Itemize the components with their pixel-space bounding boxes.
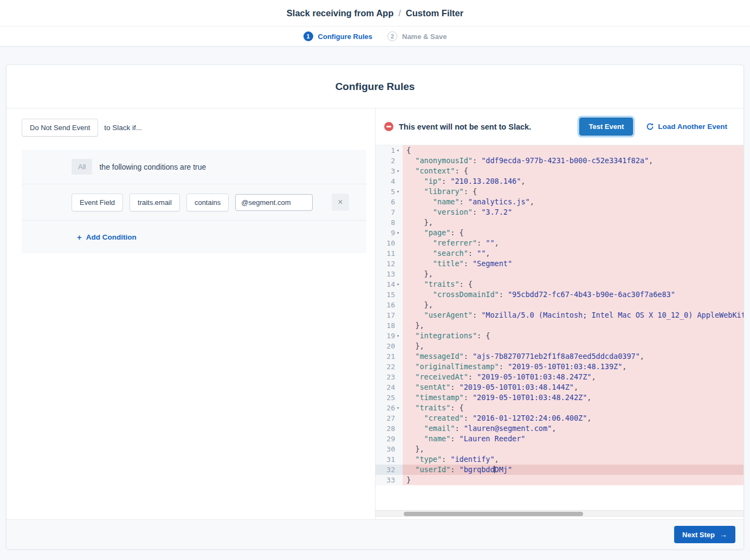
editor-line-8[interactable]: 8 }, — [376, 217, 743, 228]
editor-code-cell[interactable]: "userId": "bgrqbddDMj" — [403, 465, 743, 475]
fold-arrow-icon[interactable]: ▾ — [395, 403, 401, 413]
editor-code-cell[interactable]: "messageId": "ajs-7b8270771eb2f1f8a87eed… — [403, 351, 743, 362]
editor-line-2[interactable]: 2 "anonymousId": "ddf9ecda-977b-4231-b00… — [376, 156, 743, 166]
editor-line-29[interactable]: 29 "name": "Lauren Reeder" — [376, 434, 743, 444]
editor-code-cell[interactable]: "email": "lauren@segment.com", — [403, 423, 743, 434]
fold-arrow-icon[interactable]: ▾ — [395, 279, 401, 289]
editor-gutter-cell: 29 — [376, 434, 403, 444]
json-editor[interactable]: 1▾{2 "anonymousId": "ddf9ecda-977b-4231-… — [376, 145, 743, 519]
fold-arrow-icon[interactable]: ▾ — [395, 228, 401, 238]
editor-code-cell[interactable]: } — [403, 475, 743, 485]
add-condition-button[interactable]: + Add Condition — [77, 233, 137, 242]
step-configure-rules[interactable]: 1 Configure Rules — [303, 31, 372, 41]
editor-code-cell[interactable]: "type": "identify", — [403, 454, 743, 465]
editor-line-13[interactable]: 13 }, — [376, 269, 743, 279]
operator-all-chip[interactable]: All — [72, 159, 92, 175]
editor-code-cell[interactable]: "receivedAt": "2019-05-10T01:03:48.247Z"… — [403, 372, 743, 382]
editor-code-cell[interactable]: "referrer": "", — [403, 238, 743, 248]
line-number: 26 — [386, 403, 395, 413]
condition-field-button[interactable]: traits.email — [130, 194, 180, 211]
test-event-button[interactable]: Test Event — [579, 118, 633, 136]
editor-gutter-cell: 21 — [376, 351, 403, 362]
editor-gutter-cell: 2 — [376, 156, 403, 166]
editor-line-28[interactable]: 28 "email": "lauren@segment.com", — [376, 423, 743, 434]
condition-operator-button[interactable]: contains — [186, 194, 229, 211]
editor-line-19[interactable]: 19▾ "integrations": { — [376, 331, 743, 341]
editor-line-16[interactable]: 16 }, — [376, 300, 743, 310]
editor-line-15[interactable]: 15 "crossDomainId": "95cbdd72-fc67-4b43-… — [376, 289, 743, 300]
editor-gutter-cell: 12 — [376, 259, 403, 269]
editor-code-cell[interactable]: }, — [403, 320, 743, 331]
editor-line-26[interactable]: 26▾ "traits": { — [376, 403, 743, 413]
step-2-badge: 2 — [387, 31, 397, 41]
editor-gutter-cell: 11 — [376, 248, 403, 259]
editor-line-12[interactable]: 12 "title": "Segment" — [376, 259, 743, 269]
editor-code-cell[interactable]: "userAgent": "Mozilla/5.0 (Macintosh; In… — [403, 310, 743, 320]
line-number: 12 — [386, 259, 395, 269]
editor-line-18[interactable]: 18 }, — [376, 320, 743, 331]
editor-line-5[interactable]: 5▾ "library": { — [376, 186, 743, 197]
editor-code-cell[interactable]: "traits": { — [403, 279, 743, 289]
editor-code-cell[interactable]: "name": "analytics.js", — [403, 197, 743, 207]
editor-line-14[interactable]: 14▾ "traits": { — [376, 279, 743, 289]
editor-line-20[interactable]: 20 }, — [376, 341, 743, 351]
editor-line-33[interactable]: 33} — [376, 475, 743, 485]
editor-line-24[interactable]: 24 "sentAt": "2019-05-10T01:03:48.144Z", — [376, 382, 743, 392]
editor-line-21[interactable]: 21 "messageId": "ajs-7b8270771eb2f1f8a87… — [376, 351, 743, 362]
editor-code-cell[interactable]: "originalTimestamp": "2019-05-10T01:03:4… — [403, 362, 743, 372]
editor-line-4[interactable]: 4 "ip": "210.13.208.146", — [376, 176, 743, 186]
editor-line-27[interactable]: 27 "created": "2016-01-12T02:24:06.400Z"… — [376, 413, 743, 423]
remove-condition-button[interactable]: × — [332, 194, 349, 211]
editor-code-cell[interactable]: "title": "Segment" — [403, 259, 743, 269]
next-step-button[interactable]: Next Step → — [674, 526, 735, 543]
editor-line-31[interactable]: 31 "type": "identify", — [376, 454, 743, 465]
editor-line-25[interactable]: 25 "timestamp": "2019-05-10T01:03:48.242… — [376, 392, 743, 403]
do-not-send-event-button[interactable]: Do Not Send Event — [22, 119, 98, 137]
fold-arrow-icon[interactable]: ▾ — [395, 145, 401, 156]
editor-code-cell[interactable]: "search": "", — [403, 248, 743, 259]
fold-arrow-icon[interactable]: ▾ — [395, 331, 401, 341]
condition-value-input[interactable] — [235, 194, 313, 211]
editor-code-cell[interactable]: "integrations": { — [403, 331, 743, 341]
editor-line-10[interactable]: 10 "referrer": "", — [376, 238, 743, 248]
editor-line-9[interactable]: 9▾ "page": { — [376, 228, 743, 238]
editor-hscrollbar-thumb[interactable] — [404, 512, 583, 516]
step-name-and-save[interactable]: 2 Name & Save — [387, 31, 447, 41]
editor-gutter-cell: 28 — [376, 423, 403, 434]
editor-code-cell[interactable]: { — [403, 145, 743, 156]
editor-code-cell[interactable]: "crossDomainId": "95cbdd72-fc67-4b43-b90… — [403, 289, 743, 300]
editor-code-cell[interactable]: }, — [403, 217, 743, 228]
editor-code-cell[interactable]: "ip": "210.13.208.146", — [403, 176, 743, 186]
editor-code-cell[interactable]: }, — [403, 269, 743, 279]
editor-code-cell[interactable]: }, — [403, 300, 743, 310]
editor-line-6[interactable]: 6 "name": "analytics.js", — [376, 197, 743, 207]
editor-code-cell[interactable]: "timestamp": "2019-05-10T01:03:48.242Z", — [403, 392, 743, 403]
editor-line-17[interactable]: 17 "userAgent": "Mozilla/5.0 (Macintosh;… — [376, 310, 743, 320]
editor-line-30[interactable]: 30 }, — [376, 444, 743, 454]
editor-code-cell[interactable]: "name": "Lauren Reeder" — [403, 434, 743, 444]
editor-hscrollbar[interactable] — [376, 510, 743, 517]
load-another-event-button[interactable]: Load Another Event — [646, 123, 727, 131]
editor-code-cell[interactable]: }, — [403, 341, 743, 351]
fold-arrow-icon[interactable]: ▾ — [395, 186, 401, 197]
editor-line-11[interactable]: 11 "search": "", — [376, 248, 743, 259]
editor-code-cell[interactable]: "sentAt": "2019-05-10T01:03:48.144Z", — [403, 382, 743, 392]
editor-line-7[interactable]: 7 "version": "3.7.2" — [376, 207, 743, 217]
editor-line-23[interactable]: 23 "receivedAt": "2019-05-10T01:03:48.24… — [376, 372, 743, 382]
editor-line-1[interactable]: 1▾{ — [376, 145, 743, 156]
editor-code-cell[interactable]: "created": "2016-01-12T02:24:06.400Z", — [403, 413, 743, 423]
breadcrumb-primary[interactable]: Slack receiving from App — [287, 8, 393, 18]
condition-type-button[interactable]: Event Field — [72, 194, 123, 211]
editor-code-cell[interactable]: }, — [403, 444, 743, 454]
editor-code-cell[interactable]: "context": { — [403, 166, 743, 176]
editor-code-cell[interactable]: "anonymousId": "ddf9ecda-977b-4231-b000-… — [403, 156, 743, 166]
fold-arrow-icon[interactable]: ▾ — [395, 166, 401, 176]
step-2-label: Name & Save — [402, 33, 447, 41]
editor-line-3[interactable]: 3▾ "context": { — [376, 166, 743, 176]
editor-code-cell[interactable]: "library": { — [403, 186, 743, 197]
editor-code-cell[interactable]: "traits": { — [403, 403, 743, 413]
editor-line-32[interactable]: 32 "userId": "bgrqbddDMj" — [376, 465, 743, 475]
editor-code-cell[interactable]: "version": "3.7.2" — [403, 207, 743, 217]
editor-code-cell[interactable]: "page": { — [403, 228, 743, 238]
editor-line-22[interactable]: 22 "originalTimestamp": "2019-05-10T01:0… — [376, 362, 743, 372]
